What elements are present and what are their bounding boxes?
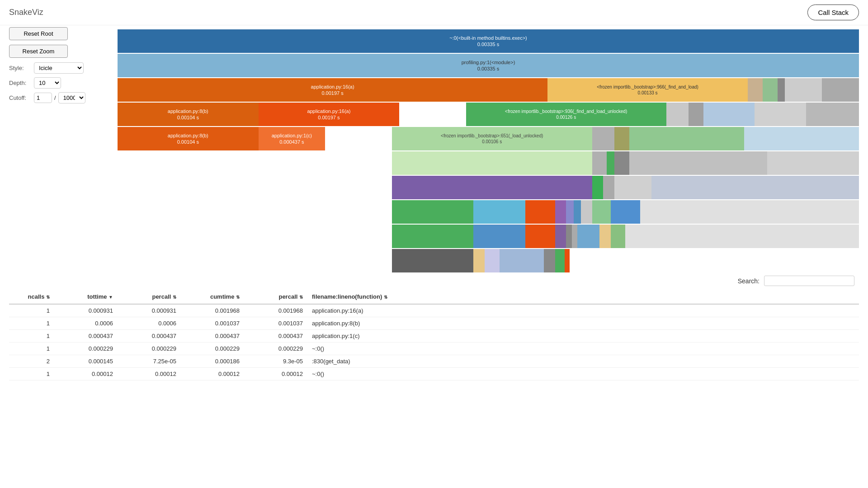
cutoff-select[interactable]: 100 500 1000 5000 <box>58 92 85 103</box>
search-input[interactable] <box>764 276 854 286</box>
flame-cell-frozen-936[interactable]: <frozen importlib._bootstrap>:936(_find_… <box>466 103 666 126</box>
table-row[interactable]: 2 0.000145 7.25e-05 0.000186 9.3e-05 :83… <box>9 355 859 368</box>
style-select[interactable]: Icicle Sunburst <box>34 62 84 74</box>
flame-cell-blue-5[interactable] <box>577 225 599 248</box>
flame-cell-app16a-1[interactable]: application.py:16(a) 0.00197 s <box>118 78 547 102</box>
flame-cell-fill-2[interactable] <box>625 225 859 248</box>
cell-tottime: 0.000145 <box>54 355 118 368</box>
flame-cell-small-10[interactable] <box>806 103 859 126</box>
flame-cell-tan-1[interactable] <box>599 225 611 248</box>
flame-cell-green-4[interactable] <box>555 249 561 272</box>
col-header-ncalls[interactable]: ncalls <box>9 290 54 304</box>
flame-cell-purple[interactable] <box>392 176 592 199</box>
flame-cell-green-5[interactable] <box>561 249 565 272</box>
flame-cell-blue-2[interactable] <box>574 200 581 224</box>
table-row[interactable]: 1 0.0006 0.0006 0.001037 0.001037 applic… <box>9 317 859 330</box>
col-header-percall2[interactable]: percall <box>244 290 307 304</box>
cell-filename: ~:0() <box>307 343 859 355</box>
cell-ncalls: 1 <box>9 330 54 343</box>
flame-cell-fill-1[interactable] <box>640 200 859 224</box>
flame-cell-small-5[interactable] <box>822 78 859 102</box>
call-stack-button[interactable]: Call Stack <box>807 5 859 20</box>
flame-cell-violet-2[interactable] <box>555 225 566 248</box>
flame-cell-small-2[interactable] <box>763 78 778 102</box>
flame-cell-frozen-651[interactable]: <frozen importlib._bootstrap>:651(_load_… <box>392 127 592 150</box>
flame-cell-tan-2[interactable] <box>473 249 485 272</box>
table-row[interactable]: 1 0.000437 0.000437 0.000437 0.000437 ap… <box>9 330 859 343</box>
flame-cell-lightgreen-1[interactable] <box>592 200 611 224</box>
flame-cell-light-green[interactable] <box>392 151 592 175</box>
cell-cumtime: 0.00012 <box>181 368 244 380</box>
flame-cell-app16a-2[interactable]: application.py:16(a) 0.00197 s <box>259 103 400 126</box>
flame-cell-darkgray[interactable] <box>392 249 473 272</box>
cell-percall1: 0.000931 <box>118 304 181 317</box>
flame-cell-module[interactable]: profiling.py:1(<module>) 0.00335 s <box>118 54 859 77</box>
col-header-cumtime[interactable]: cumtime <box>181 290 244 304</box>
cell-ncalls: 1 <box>9 368 54 380</box>
flame-cell-small-21[interactable] <box>603 176 614 199</box>
flame-cell-small-8[interactable] <box>703 103 755 126</box>
cell-percall1: 0.00012 <box>118 368 181 380</box>
table-row[interactable]: 1 0.000931 0.000931 0.001968 0.001968 ap… <box>9 304 859 317</box>
cell-tottime: 0.0006 <box>54 317 118 330</box>
flame-cell-small-23[interactable] <box>651 176 859 199</box>
flame-cell-small-9[interactable] <box>755 103 806 126</box>
flame-cell-blue-1[interactable] <box>473 200 525 224</box>
reset-zoom-button[interactable]: Reset Zoom <box>9 45 68 58</box>
flame-cell-exec[interactable]: ~:0(<built-in method builtins.exec>) 0.0… <box>118 29 859 53</box>
flame-cell-small-19[interactable] <box>767 151 859 175</box>
flame-cell-frozen-find-load[interactable]: <frozen importlib._bootstrap>:966(_find_… <box>547 78 748 102</box>
flame-cell-small-18[interactable] <box>629 151 767 175</box>
cutoff-input[interactable] <box>34 93 52 103</box>
flame-cell-app1c[interactable]: application.py:1(c) 0.000437 s <box>259 127 326 150</box>
flame-cell-small-15[interactable] <box>592 151 607 175</box>
cell-tottime: 0.000437 <box>54 330 118 343</box>
flame-cell-small-7[interactable] <box>689 103 703 126</box>
flame-cell-small-4[interactable] <box>785 78 822 102</box>
cell-percall2: 0.001968 <box>244 304 307 317</box>
flame-cell-gray-2[interactable] <box>566 225 572 248</box>
flame-cell-lightblue[interactable] <box>500 249 544 272</box>
flame-cell-green-3[interactable] <box>611 225 626 248</box>
col-header-tottime[interactable]: tottime <box>54 290 118 304</box>
flame-cell-gray-3[interactable] <box>572 225 577 248</box>
search-label: Search: <box>738 277 760 285</box>
flame-cell-violet-1[interactable] <box>555 200 566 224</box>
depth-select[interactable]: 5 10 15 20 <box>34 77 61 89</box>
flame-cell-small-1[interactable] <box>748 78 763 102</box>
flame-cell-lavender[interactable] <box>485 249 500 272</box>
flame-cell-app8b-1[interactable]: application.py:8(b) 0.00104 s <box>118 103 259 126</box>
flame-cell-small-11[interactable] <box>592 127 614 150</box>
flame-cell-small-20[interactable] <box>592 176 604 199</box>
col-header-filename[interactable]: filename:lineno(function) <box>307 290 859 304</box>
flame-cell-green-1[interactable] <box>392 200 473 224</box>
cell-ncalls: 1 <box>9 317 54 330</box>
flame-cell-small-17[interactable] <box>614 151 629 175</box>
table-body: 1 0.000931 0.000931 0.001968 0.001968 ap… <box>9 304 859 380</box>
reset-root-button[interactable]: Reset Root <box>9 27 68 40</box>
table-row[interactable]: 1 0.00012 0.00012 0.00012 0.00012 ~:0() <box>9 368 859 380</box>
cell-ncalls: 1 <box>9 304 54 317</box>
cell-filename: :830(get_data) <box>307 355 859 368</box>
flame-cell-small-6[interactable] <box>666 103 689 126</box>
flame-cell-small-3[interactable] <box>778 78 785 102</box>
flame-cell-gray-1[interactable] <box>581 200 592 224</box>
flame-cell-gray-4[interactable] <box>544 249 555 272</box>
cell-ncalls: 2 <box>9 355 54 368</box>
flame-cell-blue-4[interactable] <box>473 225 525 248</box>
flame-cell-small-14[interactable] <box>744 127 859 150</box>
col-header-percall1[interactable]: percall <box>118 290 181 304</box>
flame-cell-small-16[interactable] <box>607 151 614 175</box>
flame-cell-orange-1[interactable] <box>525 200 555 224</box>
flame-cell-green-2[interactable] <box>392 225 473 248</box>
flame-cell-orange-2[interactable] <box>525 225 555 248</box>
flame-cell-orange-3[interactable] <box>565 249 570 272</box>
flame-cell-small-22[interactable] <box>614 176 651 199</box>
flame-cell-indigo-1[interactable] <box>566 200 573 224</box>
flame-cell-blue-3[interactable] <box>611 200 641 224</box>
flame-cell-small-13[interactable] <box>629 127 744 150</box>
table-row[interactable]: 1 0.000229 0.000229 0.000229 0.000229 ~:… <box>9 343 859 355</box>
data-table: ncalls tottime percall cumtime <box>9 290 859 380</box>
flame-cell-app8b-2[interactable]: application.py:8(b) 0.00104 s <box>118 127 259 150</box>
flame-cell-small-12[interactable] <box>614 127 629 150</box>
